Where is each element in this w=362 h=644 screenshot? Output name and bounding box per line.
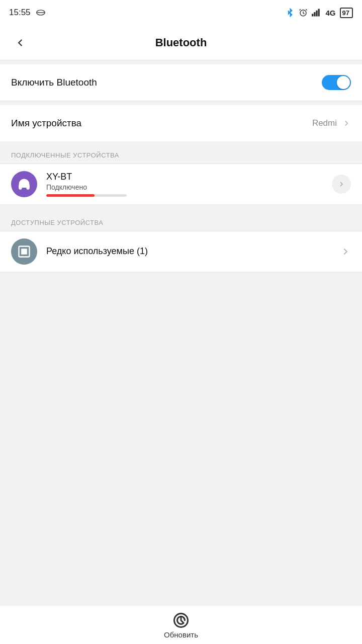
available-device-row[interactable]: Редко используемые (1) (0, 231, 362, 272)
device-chevron-button[interactable] (332, 175, 351, 194)
connected-device-row[interactable]: XY-BT Подключено (0, 164, 362, 205)
device-status: Подключено (46, 183, 332, 191)
content-spacer (0, 272, 362, 644)
status-bar: 15:55 4G 97 (0, 0, 362, 25)
svg-rect-6 (314, 12, 315, 16)
bluetooth-toggle-label: Включить Bluetooth (11, 77, 97, 88)
app-header: Bluetooth (0, 25, 362, 60)
available-device-info: Редко используемые (1) (46, 246, 340, 258)
device-name-section: Имя устройства Redmi (0, 105, 362, 141)
battery-indicator: 97 (340, 8, 353, 18)
available-devices-section: Редко используемые (1) (0, 231, 362, 272)
available-section-label: ДОСТУПНЫЕ УСТРОЙСТВА (11, 219, 103, 226)
device-chevron-icon (337, 180, 345, 188)
bluetooth-toggle-row[interactable]: Включить Bluetooth (0, 64, 362, 101)
available-device-name: Редко используемые (1) (46, 246, 340, 257)
status-time: 15:55 (9, 8, 31, 18)
svg-rect-5 (312, 14, 313, 17)
available-section-header: ДОСТУПНЫЕ УСТРОЙСТВА (0, 209, 362, 231)
status-right: 4G 97 (286, 8, 353, 18)
svg-line-3 (299, 9, 300, 10)
device-name: XY-BT (46, 172, 332, 182)
chevron-right-icon (342, 119, 351, 128)
bluetooth-toggle-section: Включить Bluetooth (0, 64, 362, 101)
toggle-knob (337, 76, 350, 89)
bluetooth-toggle[interactable] (322, 75, 351, 90)
svg-line-4 (306, 9, 307, 10)
refresh-label[interactable]: Обновить (164, 630, 198, 639)
svg-rect-8 (318, 9, 319, 17)
device-name-label: Имя устройства (11, 118, 81, 129)
status-left: 15:55 (9, 8, 46, 18)
device-icon-headphones (11, 171, 37, 197)
square-device-icon (17, 245, 31, 259)
device-icon-square (11, 238, 37, 265)
drive-icon (36, 8, 46, 18)
device-info: XY-BT Подключено (46, 172, 332, 197)
divider-1 (0, 101, 362, 101)
device-name-row[interactable]: Имя устройства Redmi (0, 105, 362, 141)
section-gap (0, 205, 362, 209)
alarm-icon (299, 8, 308, 17)
available-device-chevron-icon (340, 246, 351, 257)
bottom-bar: Обновить (0, 605, 362, 644)
page-title: Bluetooth (155, 36, 207, 49)
device-battery-fill (46, 194, 95, 197)
network-type: 4G (326, 9, 336, 17)
device-battery-bar (46, 194, 127, 197)
svg-rect-7 (316, 11, 317, 17)
battery-level: 97 (340, 8, 353, 18)
device-name-right: Redmi (312, 118, 351, 128)
back-button[interactable] (10, 33, 30, 53)
headphones-icon (17, 177, 31, 191)
connected-devices-section: XY-BT Подключено (0, 164, 362, 205)
connected-section-label: ПОДКЛЮЧЕННЫЕ УСТРОЙСТВА (11, 151, 119, 159)
signal-icon (312, 8, 322, 17)
svg-rect-10 (21, 249, 27, 255)
refresh-icon[interactable] (172, 611, 190, 629)
connected-section-header: ПОДКЛЮЧЕННЫЕ УСТРОЙСТВА (0, 141, 362, 164)
bluetooth-icon (286, 8, 295, 17)
device-name-value: Redmi (312, 118, 337, 128)
available-device-chevron-wrap (340, 246, 351, 257)
